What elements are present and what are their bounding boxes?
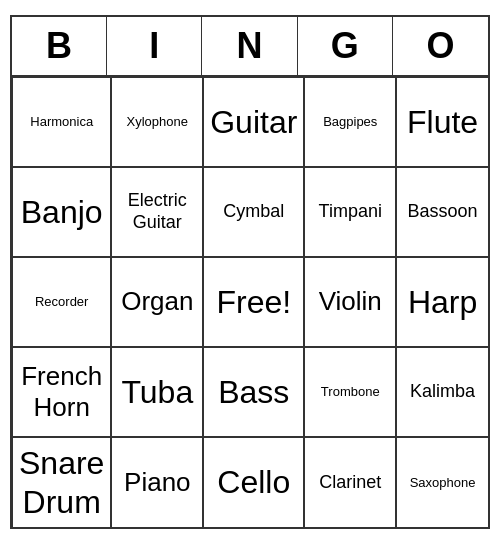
bingo-cell: Banjo [12, 167, 111, 257]
cell-label: Banjo [21, 193, 103, 231]
bingo-cell: Free! [203, 257, 304, 347]
bingo-cell: French Horn [12, 347, 111, 437]
bingo-grid: HarmonicaXylophoneGuitarBagpipesFluteBan… [12, 77, 488, 527]
bingo-cell: Cello [203, 437, 304, 527]
cell-label: Trombone [321, 384, 380, 400]
cell-label: Snare Drum [19, 444, 104, 521]
cell-label: Cello [217, 463, 290, 501]
bingo-cell: Violin [304, 257, 396, 347]
bingo-cell: Timpani [304, 167, 396, 257]
bingo-cell: Cymbal [203, 167, 304, 257]
bingo-cell: Trombone [304, 347, 396, 437]
bingo-cell: Bagpipes [304, 77, 396, 167]
bingo-cell: Clarinet [304, 437, 396, 527]
cell-label: Flute [407, 103, 478, 141]
cell-label: Timpani [319, 201, 382, 223]
cell-label: Piano [124, 467, 191, 498]
header-letter: B [12, 17, 107, 75]
bingo-cell: Organ [111, 257, 203, 347]
cell-label: Clarinet [319, 472, 381, 494]
cell-label: Bagpipes [323, 114, 377, 130]
cell-label: Kalimba [410, 381, 475, 403]
bingo-cell: Guitar [203, 77, 304, 167]
header-letter: N [202, 17, 297, 75]
cell-label: Guitar [210, 103, 297, 141]
cell-label: Bass [218, 373, 289, 411]
bingo-cell: Harp [396, 257, 488, 347]
bingo-cell: Recorder [12, 257, 111, 347]
bingo-cell: Tuba [111, 347, 203, 437]
bingo-header: BINGO [12, 17, 488, 77]
bingo-card: BINGO HarmonicaXylophoneGuitarBagpipesFl… [10, 15, 490, 529]
cell-label: Cymbal [223, 201, 284, 223]
bingo-cell: Saxophone [396, 437, 488, 527]
bingo-cell: Bass [203, 347, 304, 437]
cell-label: Xylophone [127, 114, 188, 130]
bingo-cell: Piano [111, 437, 203, 527]
bingo-cell: Snare Drum [12, 437, 111, 527]
cell-label: French Horn [19, 361, 104, 423]
header-letter: I [107, 17, 202, 75]
cell-label: Tuba [121, 373, 193, 411]
cell-label: Bassoon [408, 201, 478, 223]
cell-label: Violin [319, 286, 382, 317]
bingo-cell: Flute [396, 77, 488, 167]
bingo-cell: Kalimba [396, 347, 488, 437]
bingo-cell: Bassoon [396, 167, 488, 257]
header-letter: O [393, 17, 488, 75]
bingo-cell: Xylophone [111, 77, 203, 167]
cell-label: Saxophone [410, 475, 476, 491]
bingo-cell: Harmonica [12, 77, 111, 167]
cell-label: Free! [216, 283, 291, 321]
cell-label: Recorder [35, 294, 88, 310]
bingo-cell: Electric Guitar [111, 167, 203, 257]
cell-label: Organ [121, 286, 193, 317]
cell-label: Harp [408, 283, 477, 321]
cell-label: Electric Guitar [118, 190, 196, 233]
header-letter: G [298, 17, 393, 75]
cell-label: Harmonica [30, 114, 93, 130]
